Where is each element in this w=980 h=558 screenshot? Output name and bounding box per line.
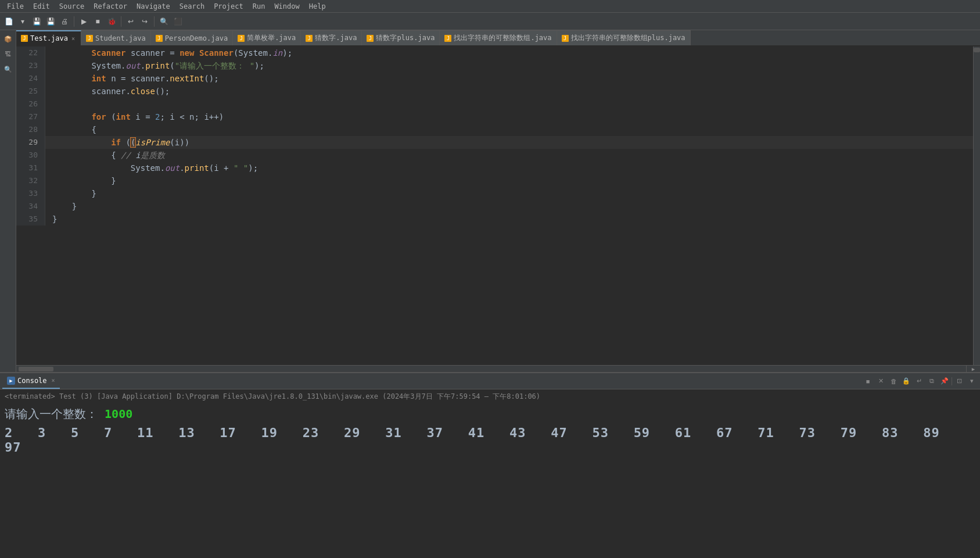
code-line-22: 22 Scanner scanner = new Scanner(System.…	[16, 46, 973, 59]
tab-icon-test: J	[21, 35, 28, 42]
toolbar-stop-btn[interactable]: ■	[91, 15, 104, 28]
line-content-29[interactable]: if ((isPrime(i))	[45, 136, 973, 149]
toolbar-save-all-btn[interactable]: 💾	[44, 15, 57, 28]
sidebar-search-icon[interactable]: 🔍	[2, 63, 15, 76]
line-num-31: 31	[16, 162, 45, 174]
tab-enum-java[interactable]: J 简单枚举.java	[233, 30, 301, 45]
editor-area: J Test.java × J Student.java J PersonDem…	[16, 30, 980, 372]
tab-label-guessplus: 猜数字plus.java	[376, 33, 435, 43]
panel-collapse-btn[interactable]: ▾	[966, 375, 978, 387]
line-content-31[interactable]: System.out.print(i + " ");	[45, 162, 973, 174]
code-line-25: 25 scanner.close();	[16, 85, 973, 98]
menu-refactor[interactable]: Refactor	[89, 0, 132, 12]
menu-window[interactable]: Window	[270, 0, 304, 12]
panel-maximize-btn[interactable]: ⊡	[953, 375, 965, 387]
console-tab-close[interactable]: ×	[52, 377, 55, 384]
line-content-30[interactable]: { // i是质数	[45, 149, 973, 162]
line-content-27[interactable]: for (int i = 2; i < n; i++)	[45, 110, 973, 123]
panel-toolbar: ■ ✕ 🗑 🔒 ↵ ⧉ 📌 ⊡ ▾	[862, 375, 978, 387]
menu-help[interactable]: Help	[304, 0, 331, 12]
panel-stop-btn[interactable]: ■	[862, 375, 874, 387]
tab-persondemo-java[interactable]: J PersonDemo.java	[151, 30, 233, 45]
code-line-30: 30 { // i是质数	[16, 149, 973, 162]
panel-terminate-btn[interactable]: ✕	[875, 375, 886, 387]
tab-icon-student: J	[86, 35, 93, 42]
code-line-29: 29 if ((isPrime(i))	[16, 136, 973, 149]
panel-pin-btn[interactable]: 📌	[939, 375, 950, 387]
toolbar-print-btn[interactable]: 🖨	[58, 15, 71, 28]
panel-scroll-lock-btn[interactable]: 🔒	[900, 375, 912, 387]
menu-edit[interactable]: Edit	[28, 0, 55, 12]
tab-label-persondemo: PersonDemo.java	[165, 34, 228, 42]
line-content-24[interactable]: int n = scanner.nextInt();	[45, 72, 973, 85]
scrollbar-thumb[interactable]	[974, 48, 980, 52]
tab-icon-findplus: J	[562, 35, 569, 42]
line-content-26[interactable]	[45, 98, 973, 110]
line-num-24: 24	[16, 72, 45, 85]
vertical-scrollbar[interactable]	[973, 46, 980, 365]
tab-icon-find: J	[444, 35, 451, 42]
toolbar-dropdown-btn[interactable]: ▾	[16, 15, 29, 28]
line-num-29: 29	[16, 136, 45, 149]
main-area: 📦 🏗 🔍 J Test.java × J Student.java J Per…	[0, 30, 980, 372]
toolbar-sep3	[154, 16, 155, 27]
tab-guessplus-java[interactable]: J 猜数字plus.java	[362, 30, 440, 45]
toolbar-run-btn[interactable]: ▶	[77, 15, 90, 28]
toolbar-sep2	[121, 16, 121, 27]
panel-open-console-btn[interactable]: ⧉	[926, 375, 938, 387]
tab-find-java[interactable]: J 找出字符串的可整除数组.java	[440, 30, 557, 45]
tab-findplus-java[interactable]: J 找出字符串的可整除数组plus.java	[557, 30, 691, 45]
console-icon: ▶	[7, 377, 15, 385]
tab-student-java[interactable]: J Student.java	[81, 30, 151, 45]
code-line-23: 23 System.out.print("请输入一个整数： ");	[16, 59, 973, 72]
sidebar-package-icon[interactable]: 📦	[2, 33, 15, 45]
line-num-22: 22	[16, 46, 45, 59]
tab-label-guess: 猜数字.java	[315, 33, 357, 43]
line-content-34[interactable]: }	[45, 200, 973, 213]
tab-test-java[interactable]: J Test.java ×	[16, 30, 81, 45]
toolbar-ext-btn[interactable]: ⬛	[171, 15, 184, 28]
line-num-33: 33	[16, 187, 45, 200]
line-num-34: 34	[16, 200, 45, 213]
bottom-panel: ▶ Console × ■ ✕ 🗑 🔒 ↵ ⧉ 📌 ⊡ ▾ <terminate…	[0, 372, 980, 558]
menu-source[interactable]: Source	[55, 0, 89, 12]
line-content-32[interactable]: }	[45, 174, 973, 187]
toolbar-save-btn[interactable]: 💾	[30, 15, 43, 28]
toolbar-redo-btn[interactable]: ↪	[138, 15, 151, 28]
sidebar-hierarchy-icon[interactable]: 🏗	[2, 48, 15, 60]
line-num-26: 26	[16, 98, 45, 110]
toolbar-sep1	[74, 16, 74, 27]
line-content-22[interactable]: Scanner scanner = new Scanner(System.in)…	[45, 46, 973, 59]
console-content: <terminated> Test (3) [Java Application]…	[0, 389, 980, 558]
panel-tab-console[interactable]: ▶ Console ×	[2, 374, 60, 389]
toolbar-search-btn[interactable]: 🔍	[157, 15, 170, 28]
code-editor[interactable]: 22 Scanner scanner = new Scanner(System.…	[16, 46, 973, 365]
panel-clear-btn[interactable]: 🗑	[888, 375, 899, 387]
tab-label-enum: 简单枚举.java	[247, 33, 296, 43]
horizontal-scrollbar[interactable]: ▶	[16, 365, 980, 372]
line-content-23[interactable]: System.out.print("请输入一个整数： ");	[45, 59, 973, 72]
line-content-25[interactable]: scanner.close();	[45, 85, 973, 98]
line-num-25: 25	[16, 85, 45, 98]
toolbar-new-btn[interactable]: 📄	[2, 15, 15, 28]
menu-file[interactable]: File	[2, 0, 28, 12]
tab-icon-guess: J	[306, 35, 313, 42]
toolbar-debug-btn[interactable]: 🐞	[105, 15, 118, 28]
menu-project[interactable]: Project	[209, 0, 248, 12]
menu-search[interactable]: Search	[175, 0, 209, 12]
panel-word-wrap-btn[interactable]: ↵	[913, 375, 925, 387]
toolbar-undo-btn[interactable]: ↩	[124, 15, 137, 28]
line-content-28[interactable]: {	[45, 123, 973, 136]
line-content-33[interactable]: }	[45, 187, 973, 200]
tabs-bar: J Test.java × J Student.java J PersonDem…	[16, 30, 980, 46]
code-line-32: 32 }	[16, 174, 973, 187]
panel-tabs: ▶ Console × ■ ✕ 🗑 🔒 ↵ ⧉ 📌 ⊡ ▾	[0, 373, 980, 389]
h-scrollbar-thumb[interactable]	[19, 367, 53, 371]
menu-navigate[interactable]: Navigate	[132, 0, 175, 12]
line-num-32: 32	[16, 174, 45, 187]
tab-guess-java[interactable]: J 猜数字.java	[301, 30, 362, 45]
h-scroll-right[interactable]: ▶	[966, 366, 980, 373]
menu-run[interactable]: Run	[248, 0, 270, 12]
line-content-35[interactable]: }	[45, 213, 973, 226]
tab-close-test[interactable]: ×	[70, 35, 76, 42]
